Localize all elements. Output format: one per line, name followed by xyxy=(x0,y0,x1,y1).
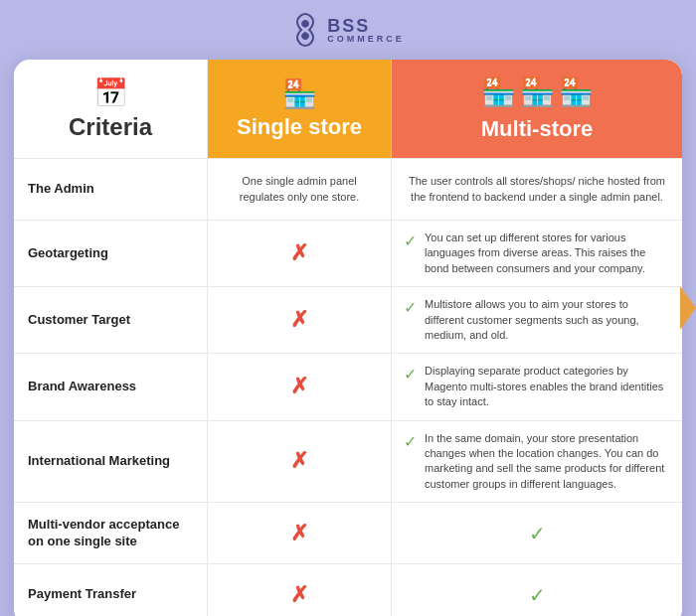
criteria-header: 📅 Criteria xyxy=(14,60,208,158)
cell-multi-1: ✓You can set up different stores for var… xyxy=(392,221,682,286)
cell-multi-4: ✓In the same domain, your store presenta… xyxy=(392,421,682,503)
table-row: Payment Transfer✗✓ xyxy=(14,563,682,616)
cell-single-6: ✗ xyxy=(208,564,392,616)
table-row: Customer Target✗✓Multistore allows you t… xyxy=(14,286,682,353)
multi-store-icon-2: 🏪 xyxy=(520,76,555,108)
cell-single-0: One single admin panel regulates only on… xyxy=(208,159,392,220)
logo: BSS COMMERCE xyxy=(291,12,405,48)
cell-criteria-3: Brand Awareness xyxy=(14,354,208,419)
multi-text-3: Displaying separate product categories b… xyxy=(425,364,670,409)
cell-criteria-4: International Marketing xyxy=(14,421,208,503)
comparison-table-container: 📅 Criteria 🏪 Single store 🏪 🏪 🏪 Multi-st… xyxy=(14,60,682,616)
cell-criteria-0: The Admin xyxy=(14,159,208,220)
cross-icon-1: ✗ xyxy=(290,240,308,266)
single-store-icon: 🏪 xyxy=(282,77,317,110)
cell-criteria-2: Customer Target xyxy=(14,287,208,353)
cell-multi-6: ✓ xyxy=(392,564,682,616)
cell-multi-2: ✓Multistore allows you to aim your store… xyxy=(392,287,682,353)
cell-single-3: ✗ xyxy=(208,354,392,419)
cell-multi-0: The user controls all stores/shops/ nich… xyxy=(392,159,682,220)
logo-text: BSS COMMERCE xyxy=(327,17,405,44)
check-icon-center-6: ✓ xyxy=(529,583,546,607)
cross-icon-3: ✗ xyxy=(290,374,308,399)
single-store-header: 🏪 Single store xyxy=(208,60,392,158)
cell-single-1: ✗ xyxy=(208,221,392,286)
criteria-text-3: Brand Awareness xyxy=(28,379,136,395)
table-row: The AdminOne single admin panel regulate… xyxy=(14,158,682,220)
table-header-row: 📅 Criteria 🏪 Single store 🏪 🏪 🏪 Multi-st… xyxy=(14,60,682,158)
criteria-text-1: Geotargeting xyxy=(28,245,108,262)
cross-icon-5: ✗ xyxy=(290,521,308,546)
multi-text-1: You can set up different stores for vari… xyxy=(425,231,670,276)
logo-bss: BSS xyxy=(327,17,405,35)
criteria-title: Criteria xyxy=(69,113,152,141)
check-icon-2: ✓ xyxy=(404,298,417,317)
table-row: Geotargeting✗✓You can set up different s… xyxy=(14,220,682,286)
criteria-text-6: Payment Transfer xyxy=(28,586,136,603)
logo-icon xyxy=(291,12,319,48)
multi-store-header: 🏪 🏪 🏪 Multi-store xyxy=(392,60,682,158)
table-row: International Marketing✗✓In the same dom… xyxy=(14,420,682,503)
criteria-text-5: Multi-vendor acceptance on one single si… xyxy=(28,517,193,550)
criteria-text-2: Customer Target xyxy=(28,312,130,329)
table-row: Brand Awareness✗✓Displaying separate pro… xyxy=(14,353,682,419)
multi-text-0: The user controls all stores/shops/ nich… xyxy=(404,174,670,205)
check-icon-4: ✓ xyxy=(404,432,417,451)
criteria-text-4: International Marketing xyxy=(28,453,170,470)
cross-icon-2: ✗ xyxy=(290,307,308,333)
multi-text-2: Multistore allows you to aim your stores… xyxy=(425,297,670,343)
table-body: The AdminOne single admin panel regulate… xyxy=(14,158,682,616)
table-row: Multi-vendor acceptance on one single si… xyxy=(14,502,682,563)
multi-store-icon-1: 🏪 xyxy=(481,76,516,108)
cell-criteria-6: Payment Transfer xyxy=(14,564,208,616)
multi-content-2: ✓Multistore allows you to aim your store… xyxy=(404,297,670,343)
single-store-title: Single store xyxy=(237,114,362,140)
cross-icon-6: ✗ xyxy=(290,582,308,608)
cell-multi-3: ✓Displaying separate product categories … xyxy=(392,354,682,419)
logo-commerce: COMMERCE xyxy=(327,35,405,44)
criteria-text-0: The Admin xyxy=(28,181,94,198)
tab-arrow xyxy=(680,286,696,330)
cell-single-2: ✗ xyxy=(208,287,392,353)
multi-content-4: ✓In the same domain, your store presenta… xyxy=(404,431,670,493)
cell-multi-5: ✓ xyxy=(392,503,682,563)
single-text-0: One single admin panel regulates only on… xyxy=(220,174,379,205)
check-icon-1: ✓ xyxy=(404,231,417,250)
cell-single-4: ✗ xyxy=(208,421,392,503)
multi-content-3: ✓Displaying separate product categories … xyxy=(404,364,670,409)
multi-content-1: ✓You can set up different stores for var… xyxy=(404,231,670,276)
multi-store-title: Multi-store xyxy=(481,116,593,142)
multi-store-icon-3: 🏪 xyxy=(559,76,594,108)
cell-criteria-1: Geotargeting xyxy=(14,221,208,286)
header: BSS COMMERCE xyxy=(0,0,696,56)
cell-single-5: ✗ xyxy=(208,503,392,563)
check-icon-3: ✓ xyxy=(404,365,417,384)
cell-criteria-5: Multi-vendor acceptance on one single si… xyxy=(14,503,208,563)
criteria-icon: 📅 xyxy=(93,77,128,109)
check-icon-center-5: ✓ xyxy=(529,522,546,545)
cross-icon-4: ✗ xyxy=(290,448,308,474)
comparison-table: 📅 Criteria 🏪 Single store 🏪 🏪 🏪 Multi-st… xyxy=(14,60,682,616)
multi-text-4: In the same domain, your store presentat… xyxy=(425,431,670,493)
